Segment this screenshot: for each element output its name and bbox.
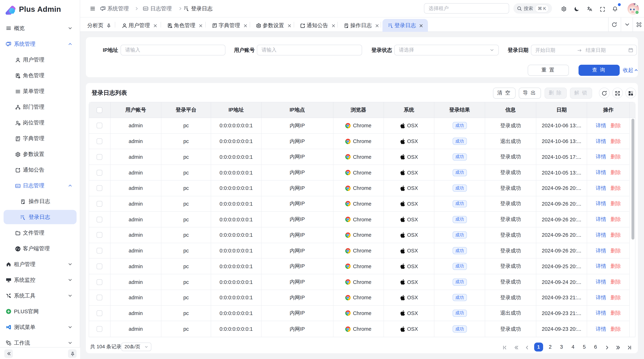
svg-text:DEV: DEV	[144, 8, 148, 10]
svg-text:DEV: DEV	[16, 185, 20, 187]
